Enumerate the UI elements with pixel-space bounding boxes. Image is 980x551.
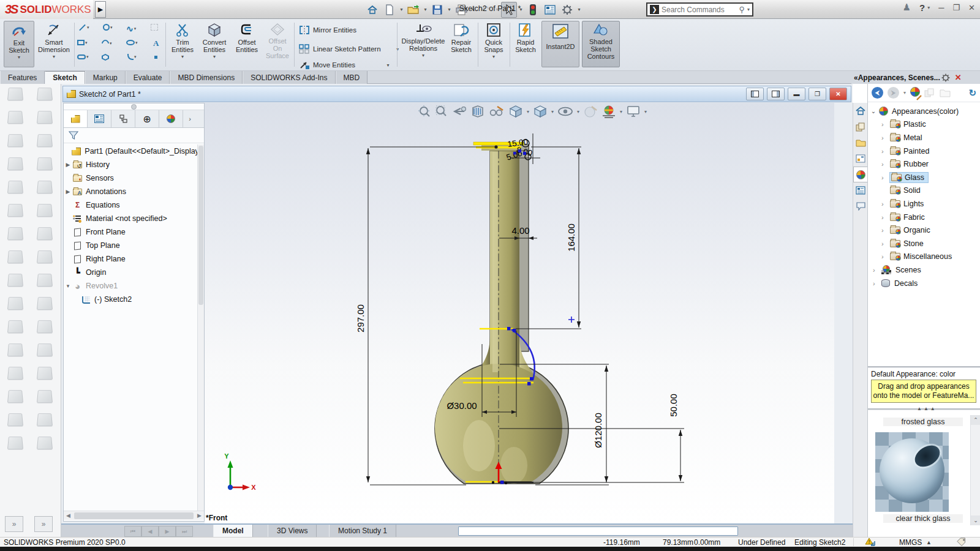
tab-evaluate[interactable]: Evaluate — [126, 71, 170, 84]
sheet-metal-t ool-icon[interactable] — [37, 156, 53, 171]
expand-arrow-icon[interactable]: ▶ — [64, 189, 72, 195]
tab-solidworks-add-ins[interactable]: SOLIDWORKS Add-Ins — [243, 71, 335, 84]
dimension-neck-height[interactable]: 164.00 — [566, 223, 576, 252]
user-account-icon[interactable]: ♟ — [903, 2, 911, 13]
restore-button[interactable]: ❐ — [952, 3, 960, 12]
sheet-metal-tool-icon[interactable] — [37, 412, 53, 427]
appearances-scenes-tab-icon[interactable] — [853, 167, 868, 182]
solidworks-resources-icon[interactable] — [853, 103, 868, 119]
tab-display-manager[interactable] — [159, 110, 183, 127]
smart-dimension-dropdown[interactable]: ▾ — [53, 54, 55, 59]
offset-entities-button[interactable]: Offset Entities — [232, 21, 262, 67]
tab-mbd-dimensions[interactable]: MBD Dimensions — [170, 71, 243, 84]
tab-configuration-manager[interactable] — [111, 110, 135, 127]
exit-sketch-button[interactable]: Exit Sketch ▾ — [4, 21, 34, 67]
panel-grip[interactable] — [64, 103, 204, 110]
doc-close-button[interactable]: ✕ — [829, 88, 847, 100]
tree-item-front-plane[interactable]: Front Plane — [64, 225, 197, 239]
tab-mbd[interactable]: MBD — [336, 71, 368, 84]
settings-gear-icon[interactable] — [559, 2, 575, 18]
surface-tool-icon[interactable] — [7, 179, 23, 194]
linear-pattern-dropdown[interactable]: ▾ — [395, 41, 401, 57]
appearance-item-label-bottom[interactable]: clear thick glass — [883, 514, 963, 523]
rapid-sketch-button[interactable]: Rapid Sketch — [512, 21, 539, 67]
expand-icon[interactable]: › — [881, 227, 890, 234]
polygon-tool[interactable] — [102, 54, 109, 61]
surface-tool-icon[interactable] — [7, 203, 23, 217]
surface-tool-icon[interactable] — [7, 389, 23, 403]
viewport-horizontal-scrollbar[interactable] — [458, 527, 738, 536]
undo-icon[interactable]: ↶ — [477, 2, 493, 18]
tree-item-material[interactable]: Material <not specified> — [64, 212, 197, 225]
tree-filter-row[interactable] — [64, 128, 204, 143]
dimension-wall-thickness[interactable]: 4.00 — [511, 225, 529, 236]
tab-markup[interactable]: Markup — [85, 71, 126, 84]
tree-item-origin[interactable]: ┗Origin — [64, 266, 197, 279]
mirror-entities-button[interactable]: Mirror Entities — [299, 25, 356, 35]
tree-item-glass[interactable]: ›Glass — [868, 171, 980, 184]
tab-features[interactable]: Features — [0, 71, 45, 84]
open-folder-icon[interactable] — [940, 88, 951, 97]
toolbar-overflow-chevron[interactable]: » — [34, 516, 53, 532]
tree-vertical-scrollbar[interactable] — [197, 144, 204, 512]
save-dropdown[interactable]: ▾ — [447, 2, 452, 18]
expand-arrow-icon[interactable]: ▶ — [64, 162, 72, 168]
text-tool[interactable]: A — [153, 39, 159, 48]
surface-tool-icon[interactable] — [7, 342, 23, 357]
sheet-metal-tool-icon[interactable] — [37, 319, 53, 334]
splitter-dots[interactable]: ▲▲▲ — [917, 406, 937, 411]
point-tool[interactable] — [154, 56, 157, 59]
sheet-metal-tool-icon[interactable] — [37, 203, 53, 217]
tree-item-rubber[interactable]: ›Rubber — [868, 157, 980, 171]
pattern-ghost-tool[interactable] — [151, 24, 158, 31]
tab-sketch[interactable]: Sketch — [45, 71, 85, 84]
tree-item-solid[interactable]: Solid — [868, 184, 980, 198]
collapse-arrow-icon[interactable]: ▾ — [64, 283, 72, 289]
convert-dropdown[interactable]: ▾ — [213, 54, 216, 59]
view-palette-icon[interactable] — [853, 151, 868, 167]
tab-motion-study-1[interactable]: Motion Study 1 — [329, 525, 396, 537]
prev-tab-icon[interactable]: ◀ — [141, 526, 159, 537]
tree-item-decals[interactable]: ›Decals — [868, 277, 980, 290]
graphics-viewport[interactable]: ▾ ▾ ▾ ▾ ▾ — [205, 103, 834, 523]
fillet-tool[interactable]: ▾ — [127, 54, 137, 60]
dimension-bulb-height[interactable]: 50.00 — [668, 394, 679, 417]
spline-tool[interactable]: ∿▾ — [126, 24, 136, 34]
search-icon[interactable]: ⚲ — [739, 5, 745, 14]
edit-appearance-sphere-icon[interactable] — [910, 87, 920, 99]
convert-entities-button[interactable]: Convert Entities ▾ — [198, 21, 230, 67]
sheet-metal-tool-icon[interactable] — [37, 226, 53, 241]
select-cursor-icon[interactable] — [501, 2, 517, 18]
surface-tool-icon[interactable] — [7, 86, 23, 101]
sheet-metal-tool-icon[interactable] — [37, 86, 53, 101]
arc-tool[interactable]: ▾ — [102, 40, 112, 47]
units-selector[interactable]: MMGS — [899, 538, 922, 547]
tree-item-plastic[interactable]: ›Plastic — [868, 118, 980, 132]
trim-dropdown[interactable]: ▾ — [181, 54, 184, 59]
surface-tool-icon[interactable] — [7, 110, 23, 124]
display-delete-relations-button[interactable]: Display/Delete Relations ▾ — [401, 21, 446, 67]
shaded-sketch-contours-button[interactable]: Shaded Sketch Contours — [582, 21, 620, 67]
sheet-metal-tool-icon[interactable] — [37, 133, 53, 148]
slot-tool[interactable]: ▾ — [77, 54, 89, 59]
scroll-right-icon[interactable]: ▶ — [195, 512, 204, 519]
forward-dropdown[interactable]: ▾ — [903, 90, 906, 96]
tree-item-sketch2[interactable]: (-) Sketch2 — [64, 293, 197, 306]
surface-tool-icon[interactable] — [7, 319, 23, 334]
tree-root-appearances-color[interactable]: ⌄ Appearances(color) — [868, 105, 980, 118]
expand-icon[interactable]: › — [873, 266, 881, 274]
file-explorer-icon[interactable] — [853, 135, 868, 151]
home-icon[interactable] — [364, 2, 380, 18]
expand-icon[interactable]: › — [881, 214, 890, 221]
tree-item-annotations[interactable]: ▶AAnnotations — [64, 185, 197, 198]
tree-item-top-plane[interactable]: Top Plane — [64, 239, 197, 252]
tree-item-metal[interactable]: ›Metal — [868, 131, 980, 144]
sheet-metal-tool-icon[interactable] — [37, 249, 53, 264]
pane-splitter[interactable] — [868, 366, 980, 368]
tab-3d-views[interactable]: 3D Views — [268, 525, 317, 537]
offset-on-surface-button[interactable]: Offset On Surface — [263, 21, 292, 67]
exit-sketch-dropdown[interactable]: ▾ — [18, 54, 20, 60]
toolbar-overflow-chevron[interactable]: » — [5, 516, 23, 532]
instant2d-button[interactable]: Instant2D — [541, 21, 579, 67]
expand-icon[interactable]: › — [881, 121, 890, 128]
